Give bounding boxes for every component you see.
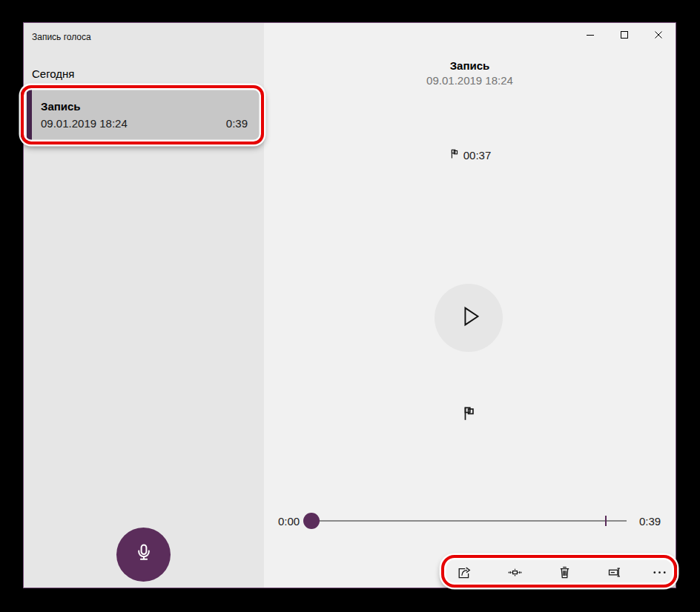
close-icon	[654, 29, 663, 42]
maximize-button[interactable]	[607, 23, 641, 48]
window-controls	[573, 23, 676, 48]
player-recording-title: Запись	[264, 59, 676, 72]
recording-list-item[interactable]: Запись 09.01.2019 18:24 0:39	[27, 90, 261, 141]
flag-position-tick	[605, 516, 607, 526]
play-icon	[453, 302, 485, 333]
play-button[interactable]	[435, 284, 503, 352]
trim-button[interactable]	[498, 559, 531, 588]
flag-marker-time: 00:37	[463, 149, 492, 162]
total-time-label: 0:39	[639, 515, 661, 528]
close-button[interactable]	[641, 23, 676, 48]
share-icon	[456, 565, 472, 582]
flag-marker-row[interactable]: 00:37	[264, 148, 676, 162]
trim-icon	[507, 565, 523, 582]
share-button[interactable]	[447, 559, 480, 588]
maximize-icon	[620, 29, 629, 42]
record-button[interactable]	[116, 528, 171, 582]
microphone-icon	[131, 541, 156, 569]
seek-slider-thumb[interactable]	[303, 513, 320, 529]
more-ellipsis-icon	[652, 565, 667, 582]
more-button[interactable]	[643, 559, 676, 588]
recording-duration: 0:39	[226, 117, 248, 130]
rename-button[interactable]	[598, 559, 631, 588]
elapsed-time-label: 0:00	[278, 515, 300, 528]
selection-accent-bar	[27, 90, 32, 141]
flag-icon	[460, 411, 477, 424]
recording-datetime: 09.01.2019 18:24	[41, 117, 128, 130]
recording-title: Запись	[41, 100, 81, 113]
recordings-sidebar: Запись голоса Сегодня Запись 09.01.2019 …	[24, 23, 264, 588]
seek-slider-track[interactable]	[311, 520, 627, 522]
app-title: Запись голоса	[32, 32, 91, 42]
player-pane: Запись 09.01.2019 18:24 00:37	[264, 23, 676, 588]
minimize-icon	[586, 29, 595, 42]
delete-icon	[557, 565, 572, 582]
player-recording-datetime: 09.01.2019 18:24	[264, 74, 676, 87]
voice-recorder-window: Запись голоса Сегодня Запись 09.01.2019 …	[23, 22, 676, 588]
add-flag-button[interactable]	[460, 405, 477, 422]
delete-button[interactable]	[548, 559, 581, 588]
flag-icon	[449, 148, 460, 162]
rename-icon	[607, 565, 623, 582]
section-label-today: Сегодня	[32, 67, 75, 80]
minimize-button[interactable]	[573, 23, 607, 48]
